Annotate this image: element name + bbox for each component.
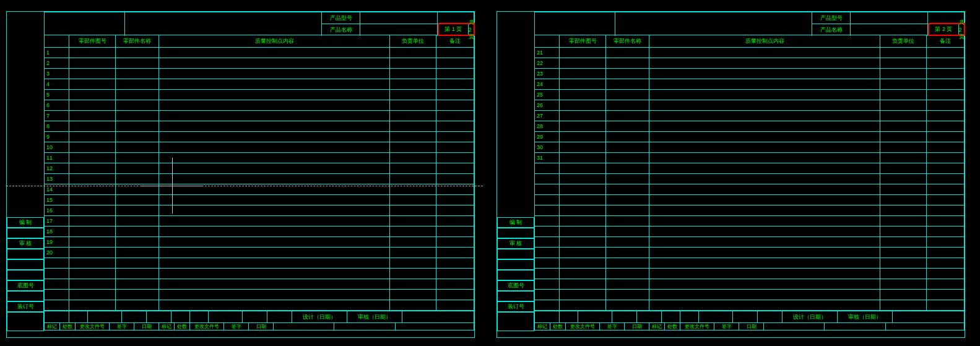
col-note: 备注 — [927, 35, 964, 47]
table-row — [535, 174, 964, 184]
page-total: 共 2 页 — [469, 24, 474, 35]
footer-row-2: 标记 处数 更改文件号 签字 日期 标记 处数 更改文件号 签字 日期 — [534, 323, 965, 331]
table-row: 22 — [535, 58, 964, 69]
footer-row-2: 标记 处数 更改文件号 签字 日期 标记 处数 更改文件号 签字 日期 — [44, 323, 474, 331]
col-qc-content: 质量控制点内容 — [649, 35, 880, 47]
table-row: 17 — [45, 216, 474, 227]
side-compile: 编 制 — [7, 217, 44, 228]
table-row: 12 — [45, 163, 474, 174]
side-label-stack: 编 制 审 核 底图号 装订号 — [497, 217, 534, 331]
table-row: 13 — [45, 174, 474, 184]
product-name-label: 产品名称 — [812, 24, 851, 36]
table-row: 23 — [535, 69, 964, 79]
footer-sign: 签字 — [110, 323, 134, 330]
table-row: 4 — [45, 79, 474, 90]
col-part-name: 零部件名称 — [606, 35, 649, 47]
table-row — [535, 227, 964, 237]
column-header-row: 零部件图号 零部件名称 质量控制点内容 负责单位 备注 — [44, 35, 474, 48]
table-row: 10 — [45, 142, 474, 153]
table-row: 2 — [45, 58, 474, 69]
page-number: 第 2 页 — [929, 24, 959, 35]
table-row: 21 — [535, 48, 964, 58]
table-row: 26 — [535, 100, 964, 111]
table-row: 1 — [45, 48, 474, 58]
table-row: 29 — [535, 132, 964, 142]
table-row: 3 — [45, 69, 474, 79]
footer-date: 日期 — [134, 323, 159, 330]
table-row: 19 — [45, 237, 474, 248]
table-row: 30 — [535, 142, 964, 153]
footer-qty: 处数 — [60, 323, 76, 330]
cad-canvas[interactable]: 产品型号 产品名称 第 1 页 共 2 页 零部件图号 零部件名称 质量控制点内… — [0, 0, 980, 346]
col-dept: 负责单位 — [880, 35, 927, 47]
table-row: 25 — [535, 90, 964, 100]
title-block: 产品型号 产品名称 第 2 页 共 2 页 — [534, 12, 965, 35]
table-row: 15 — [45, 195, 474, 205]
product-model-label: 产品型号 — [322, 12, 360, 24]
footer-mark: 标记 — [45, 323, 60, 330]
side-compile: 编 制 — [498, 217, 534, 228]
table-row: 27 — [535, 111, 964, 121]
side-review: 审 核 — [498, 238, 534, 249]
footer-design-date: 设计（日期） — [292, 311, 347, 322]
col-part-name: 零部件名称 — [116, 35, 159, 47]
col-note: 备注 — [436, 35, 474, 47]
table-row: 20 — [45, 248, 474, 258]
col-part-no: 零部件图号 — [69, 35, 116, 47]
side-label-stack: 编 制 审 核 底图号 装订号 — [7, 217, 44, 331]
sheet-page-1: 产品型号 产品名称 第 1 页 共 2 页 零部件图号 零部件名称 质量控制点内… — [6, 11, 475, 338]
col-part-no: 零部件图号 — [560, 35, 606, 47]
table-row: 31 — [535, 153, 964, 163]
page-number: 第 1 页 — [439, 24, 469, 35]
side-review: 审 核 — [7, 238, 44, 249]
table-row: 11 — [45, 153, 474, 163]
side-file-no: 装订号 — [7, 301, 44, 312]
side-dwg-no: 底图号 — [7, 280, 44, 291]
table-row: 8 — [45, 121, 474, 132]
sheet-page-2: 产品型号 产品名称 第 2 页 共 2 页 零部件图号 零部件名称 质量控制点内… — [497, 11, 965, 338]
table-row — [535, 163, 964, 174]
col-dept: 负责单位 — [390, 35, 436, 47]
side-file-no: 装订号 — [498, 301, 534, 312]
table-row: 6 — [45, 100, 474, 111]
table-row — [535, 184, 964, 195]
title-block: 产品型号 产品名称 第 1 页 共 2 页 — [44, 12, 474, 35]
table-row — [535, 216, 964, 227]
table-row: 9 — [45, 132, 474, 142]
footer-row-1: 设计（日期） 审核（日期） — [534, 311, 965, 323]
table-row: 16 — [45, 205, 474, 216]
table-row: 24 — [535, 79, 964, 90]
table-body: 1234567891011121314151617181920 — [44, 48, 474, 311]
table-row: 7 — [45, 111, 474, 121]
product-name-label: 产品名称 — [322, 24, 360, 36]
product-model-label: 产品型号 — [812, 12, 851, 24]
table-row: 5 — [45, 90, 474, 100]
table-row — [535, 248, 964, 258]
footer-change-no: 更改文件号 — [76, 323, 110, 330]
side-dwg-no: 底图号 — [498, 280, 534, 291]
table-row: 18 — [45, 227, 474, 237]
table-row — [535, 205, 964, 216]
column-header-row: 零部件图号 零部件名称 质量控制点内容 负责单位 备注 — [534, 35, 965, 48]
table-row: 28 — [535, 121, 964, 132]
footer-row-1: 设计（日期） 审核（日期） — [44, 311, 474, 323]
col-qc-content: 质量控制点内容 — [159, 35, 390, 47]
table-body: 2122232425262728293031 — [534, 48, 965, 311]
footer-check-date: 审核（日期） — [347, 311, 402, 322]
table-row: 14 — [45, 184, 474, 195]
table-row — [535, 237, 964, 248]
page-total: 共 2 页 — [959, 24, 964, 35]
table-row — [535, 195, 964, 205]
